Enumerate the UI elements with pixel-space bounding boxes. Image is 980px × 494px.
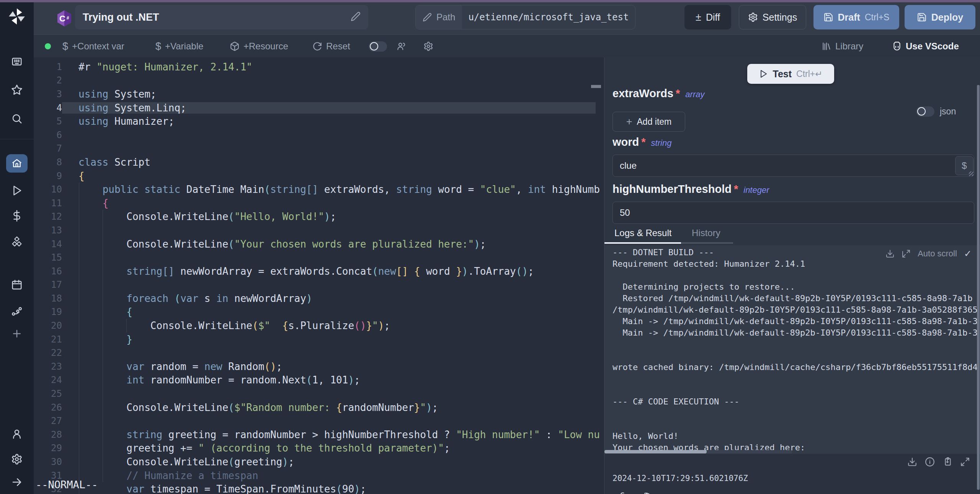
diff-mode-toggle[interactable] bbox=[369, 35, 387, 58]
tab-history[interactable]: History bbox=[692, 228, 720, 238]
code-line[interactable]: 14 Console.WriteLine("Your chosen words … bbox=[34, 237, 604, 251]
result-pane: 2024-12-10T17:29:51.6021076Z Copy bbox=[604, 454, 980, 494]
editor-scrollbar-marker[interactable] bbox=[591, 85, 601, 88]
logs-pane[interactable]: --- DOTNET BUILD ---Requirement detected… bbox=[604, 245, 980, 454]
sidebar-item-add[interactable] bbox=[10, 327, 23, 340]
editor-toolbar: $ +Context var $ +Variable +Resource Res… bbox=[34, 34, 980, 57]
code-line[interactable]: 9{ bbox=[34, 169, 604, 183]
path-field[interactable]: Path u/etienne/microsoft_java_test bbox=[415, 5, 635, 29]
collapse-arrow-icon[interactable] bbox=[10, 476, 23, 489]
code-line[interactable]: 15 bbox=[34, 251, 604, 264]
collaborators-icon[interactable] bbox=[397, 35, 407, 58]
code-lines[interactable]: 1#r "nuget: Humanizer, 2.14.1"23using Sy… bbox=[34, 60, 604, 494]
edit-path-pencil-icon bbox=[423, 13, 432, 22]
diff-icon: ± bbox=[696, 11, 701, 23]
expand-logs-icon[interactable] bbox=[902, 249, 911, 258]
code-line[interactable]: 10 public static DateTime Main(string[] … bbox=[34, 183, 604, 196]
code-line[interactable]: 8class Script bbox=[34, 155, 604, 169]
code-line[interactable]: 29 greeting += " (according to the thres… bbox=[34, 442, 604, 455]
json-toggle-row: json bbox=[916, 106, 956, 117]
code-line[interactable]: 1#r "nuget: Humanizer, 2.14.1" bbox=[34, 60, 604, 74]
auto-scroll-label[interactable]: Auto scroll bbox=[918, 249, 957, 259]
log-hscrollbar-thumb[interactable] bbox=[604, 450, 707, 453]
copy-result-clipboard-icon[interactable] bbox=[942, 457, 952, 467]
code-line[interactable]: 31 // Humanize a timespan bbox=[34, 469, 604, 483]
sidebar-item-home[interactable] bbox=[6, 154, 28, 173]
textarea-resize-grip[interactable] bbox=[969, 171, 973, 176]
code-line[interactable]: 5using Humanizer; bbox=[34, 114, 604, 128]
code-line[interactable]: 18 foreach (var s in newWordArray) bbox=[34, 292, 604, 305]
workspace-switcher-icon[interactable] bbox=[10, 55, 23, 68]
threshold-input[interactable] bbox=[612, 202, 974, 224]
clipboard-icon bbox=[643, 492, 651, 494]
copy-row[interactable]: Copy bbox=[620, 491, 651, 494]
workspace-settings-gear-icon[interactable] bbox=[10, 453, 23, 466]
code-line[interactable]: 13 bbox=[34, 223, 604, 237]
run-panel: Test Ctrl+↵ extraWords * array json + Ad… bbox=[604, 57, 980, 494]
code-line[interactable]: 23 var random = new Random(); bbox=[34, 360, 604, 373]
inactive-tab-underline bbox=[681, 242, 733, 244]
diff-label: Diff bbox=[706, 12, 720, 23]
sidebar-item-workers[interactable] bbox=[10, 305, 23, 318]
edit-title-pencil-icon[interactable] bbox=[351, 11, 361, 23]
path-label-group[interactable]: Path bbox=[416, 5, 462, 29]
code-line[interactable]: 27 bbox=[34, 414, 604, 428]
favorites-star-icon[interactable] bbox=[10, 83, 23, 96]
code-line[interactable]: 2 bbox=[34, 74, 604, 88]
code-line[interactable]: 21 } bbox=[34, 333, 604, 346]
vim-mode-indicator: --NORMAL-- bbox=[36, 479, 98, 491]
windmill-logo-icon[interactable] bbox=[8, 8, 26, 25]
sidebar-item-resources[interactable] bbox=[10, 236, 23, 249]
code-line[interactable]: 6 bbox=[34, 128, 604, 142]
add-item-button[interactable]: + Add item bbox=[612, 112, 685, 132]
code-line[interactable]: 17 bbox=[34, 278, 604, 292]
info-icon[interactable] bbox=[925, 457, 935, 467]
script-title: Trying out .NET bbox=[83, 11, 351, 23]
sidebar-item-runs[interactable] bbox=[10, 184, 23, 197]
code-line[interactable]: 26 Console.WriteLine($"Random number: {r… bbox=[34, 401, 604, 414]
code-line[interactable]: 16 string[] newWordArray = extraWords.Co… bbox=[34, 264, 604, 278]
code-line[interactable]: 4using System.Linq; bbox=[34, 101, 604, 115]
code-line[interactable]: 11 { bbox=[34, 196, 604, 210]
sidebar-item-variables[interactable] bbox=[10, 209, 23, 222]
code-line[interactable]: 22 bbox=[34, 346, 604, 360]
download-result-icon[interactable] bbox=[907, 457, 917, 467]
deploy-button[interactable]: Deploy bbox=[905, 5, 975, 29]
download-logs-icon[interactable] bbox=[885, 249, 895, 258]
code-line[interactable]: 28 string greeting = randomNumber > high… bbox=[34, 428, 604, 442]
code-line[interactable]: 25 bbox=[34, 387, 604, 401]
code-line[interactable]: 7 bbox=[34, 142, 604, 156]
use-vscode-button[interactable]: Use VScode bbox=[892, 35, 959, 58]
code-line[interactable]: 12 Console.WriteLine("Hello, World!"); bbox=[34, 210, 604, 224]
settings-button[interactable]: Settings bbox=[739, 5, 806, 29]
toggle-switch[interactable] bbox=[369, 41, 387, 52]
diff-button[interactable]: ± Diff bbox=[684, 5, 731, 29]
script-title-input[interactable]: Trying out .NET bbox=[75, 5, 368, 29]
editor-settings-gear-icon[interactable] bbox=[423, 35, 433, 58]
sidebar-item-schedules[interactable] bbox=[10, 278, 23, 291]
panel-scrollbar-thumb[interactable] bbox=[977, 85, 980, 490]
code-line[interactable]: 20 Console.WriteLine($" {s.Pluralize()}"… bbox=[34, 319, 604, 333]
code-line[interactable]: 24 int randomNumber = random.Next(1, 101… bbox=[34, 373, 604, 387]
add-resource-button[interactable]: +Resource bbox=[230, 35, 288, 58]
status-dot bbox=[45, 43, 51, 49]
add-context-var-button[interactable]: $ +Context var bbox=[62, 35, 124, 58]
code-editor[interactable]: 1#r "nuget: Humanizer, 2.14.1"23using Sy… bbox=[34, 57, 604, 494]
code-line[interactable]: 3using System; bbox=[34, 87, 604, 101]
code-line[interactable]: 19 { bbox=[34, 305, 604, 319]
account-user-icon[interactable] bbox=[10, 427, 23, 440]
add-variable-button[interactable]: $ +Variable bbox=[155, 35, 203, 58]
reset-button[interactable]: Reset bbox=[312, 35, 350, 58]
dollar-icon: $ bbox=[62, 41, 68, 52]
expand-result-icon[interactable] bbox=[960, 457, 970, 467]
word-input[interactable] bbox=[612, 155, 974, 177]
test-button[interactable]: Test Ctrl+↵ bbox=[747, 64, 834, 84]
code-line[interactable]: 32 var timespan = TimeSpan.FromMinutes(9… bbox=[34, 482, 604, 494]
code-line[interactable]: 30 Console.WriteLine(greeting); bbox=[34, 455, 604, 469]
json-toggle[interactable] bbox=[916, 106, 934, 117]
library-button[interactable]: Library bbox=[822, 35, 863, 58]
tab-logs-result[interactable]: Logs & Result bbox=[614, 228, 671, 238]
search-icon[interactable] bbox=[10, 112, 23, 125]
draft-button[interactable]: Draft Ctrl+S bbox=[813, 5, 899, 29]
auto-scroll-checkmark-icon[interactable]: ✓ bbox=[964, 248, 972, 259]
